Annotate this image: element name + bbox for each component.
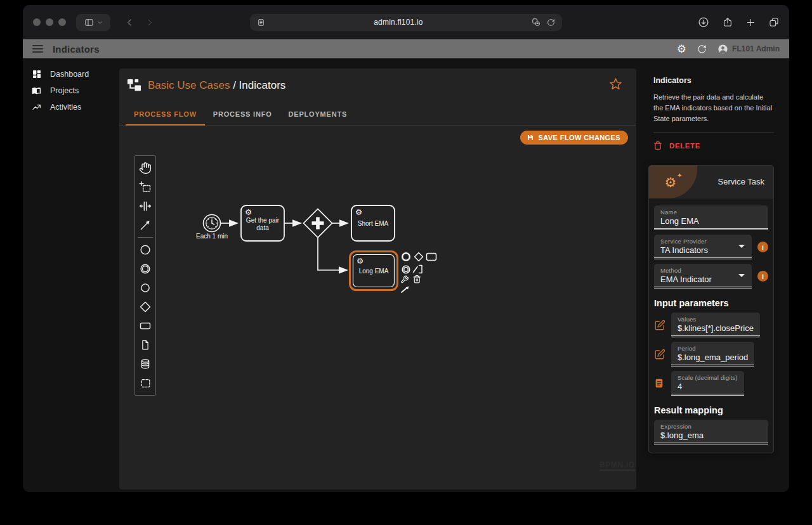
browser-window: admin.fl101.io: [23, 5, 789, 492]
provider-info-icon[interactable]: i: [757, 242, 768, 252]
user-name: FL101 Admin: [732, 44, 780, 53]
service-task-header: ⚙✦ Service Task: [649, 165, 773, 198]
close-button[interactable]: [33, 18, 41, 26]
task-get-the-pair-data[interactable]: ⚙ Get the pair data: [241, 205, 284, 241]
sidebar: Dashboard Projects Activities: [23, 58, 119, 115]
service-gear-icon: ⚙✦: [665, 176, 677, 189]
delete-button[interactable]: DELETE: [653, 141, 774, 150]
edit-icon[interactable]: [654, 349, 666, 360]
divider: [653, 133, 774, 133]
svg-text:Get the pair: Get the pair: [246, 217, 280, 224]
app-title: Indicators: [53, 44, 100, 55]
edit-icon[interactable]: [654, 320, 666, 331]
bpmn-io-link[interactable]: BPMN.iO: [599, 460, 635, 471]
dashboard-icon: [32, 69, 42, 79]
bpmn-canvas[interactable]: Each 1 min ⚙ Get the pair data: [119, 68, 636, 489]
process-card: Basic Use Cases / Indicators PROCESS FLO…: [119, 68, 636, 489]
tab-overview-icon[interactable]: [769, 17, 779, 27]
connect-icon[interactable]: [402, 287, 409, 293]
parallel-gateway[interactable]: [304, 209, 332, 238]
input-parameters-heading: Input parameters: [654, 298, 768, 308]
text-annotation-icon[interactable]: [414, 266, 422, 273]
settings-icon[interactable]: ⚙: [677, 44, 686, 55]
chrome-actions: [698, 16, 779, 28]
panel-description: Retrieve the pair data and calculate the…: [653, 92, 774, 124]
method-info-icon[interactable]: i: [757, 271, 768, 282]
sidebar-item-activities[interactable]: Activities: [23, 99, 119, 115]
param-row: Values $.klines[*].closePrice: [654, 313, 768, 337]
url-text[interactable]: admin.fl101.io: [265, 18, 532, 27]
values-field[interactable]: Values $.klines[*].closePrice: [671, 313, 760, 337]
sidebar-item-dashboard[interactable]: Dashboard: [23, 66, 119, 82]
method-select[interactable]: Method EMA Indicator: [654, 264, 752, 288]
svg-text:data: data: [256, 224, 269, 231]
task-short-ema[interactable]: ⚙ Short EMA: [351, 205, 395, 241]
service-task-card: ⚙✦ Service Task Name Long EMA Service Pr…: [648, 165, 774, 453]
refresh-icon[interactable]: [697, 44, 707, 54]
forward-button[interactable]: [145, 18, 154, 27]
user-menu[interactable]: FL101 Admin: [717, 44, 780, 55]
period-field[interactable]: Period $.long_ema_period: [671, 342, 754, 366]
append-gateway-icon[interactable]: [415, 253, 423, 261]
expression-field[interactable]: Expression $.long_ema: [654, 420, 768, 444]
task-long-ema-selected[interactable]: ⚙ Long EMA: [350, 252, 398, 290]
chevron-down-icon: [97, 20, 103, 25]
sidebar-item-projects[interactable]: Projects: [23, 82, 119, 99]
context-pad: [402, 253, 436, 293]
downloads-icon[interactable]: [698, 16, 709, 28]
account-icon: [717, 44, 728, 55]
append-task-icon[interactable]: [427, 254, 436, 261]
sidebar-item-label: Projects: [50, 86, 79, 95]
document-icon[interactable]: [654, 378, 666, 389]
timer-start-event[interactable]: Each 1 min: [196, 215, 228, 240]
browser-chrome: admin.fl101.io: [23, 5, 789, 39]
service-task-gear-icon: ⚙: [245, 208, 252, 217]
sidebar-item-label: Dashboard: [50, 70, 89, 79]
append-end-event-icon[interactable]: [402, 253, 410, 261]
reader-icon[interactable]: [257, 18, 265, 27]
menu-icon[interactable]: [32, 45, 43, 53]
svg-text:Short EMA: Short EMA: [358, 220, 389, 227]
event-label: Each 1 min: [196, 233, 228, 240]
task-type-badge: ⚙✦: [649, 165, 697, 198]
wrench-icon[interactable]: [402, 276, 409, 283]
trash-icon[interactable]: [414, 276, 420, 283]
service-provider-select[interactable]: Service Provider TA Indicators: [654, 235, 752, 259]
minimize-button[interactable]: [46, 18, 53, 26]
activities-icon: [32, 102, 42, 112]
sidebar-toggle-button[interactable]: [76, 14, 110, 31]
desktop: admin.fl101.io: [0, 0, 812, 525]
reload-icon[interactable]: [547, 18, 555, 27]
projects-icon: [32, 86, 42, 96]
name-field[interactable]: Name Long EMA: [654, 205, 768, 230]
back-button[interactable]: [126, 18, 134, 27]
svg-text:Long EMA: Long EMA: [359, 268, 389, 275]
app-header: Indicators ⚙ FL101 Admin: [23, 39, 789, 58]
sidebar-item-label: Activities: [50, 103, 81, 112]
result-mapping-heading: Result mapping: [654, 405, 768, 415]
history-nav: [117, 14, 162, 31]
panel-title: Indicators: [653, 76, 774, 85]
sparkle-icon: ✦: [677, 172, 682, 179]
task-type-label: Service Task: [718, 177, 764, 186]
param-row: Period $.long_ema_period: [654, 342, 768, 366]
append-intermediate-event-icon[interactable]: [402, 266, 410, 273]
share-icon[interactable]: [723, 17, 733, 27]
trash-icon: [653, 141, 662, 150]
zoom-button[interactable]: [58, 18, 66, 26]
new-tab-icon[interactable]: [746, 18, 756, 27]
param-row: Scale (decimal digits) 4: [654, 371, 768, 396]
sidebar-icon: [84, 18, 94, 27]
window-controls: [33, 18, 66, 26]
address-bar[interactable]: admin.fl101.io: [250, 14, 562, 31]
service-task-gear-icon: ⚙: [355, 208, 362, 217]
scale-field[interactable]: Scale (decimal digits) 4: [671, 371, 744, 396]
service-task-gear-icon: ⚙: [357, 257, 363, 266]
properties-panel: Indicators Retrieve the pair data and ca…: [636, 58, 789, 453]
translate-icon[interactable]: [532, 18, 540, 27]
